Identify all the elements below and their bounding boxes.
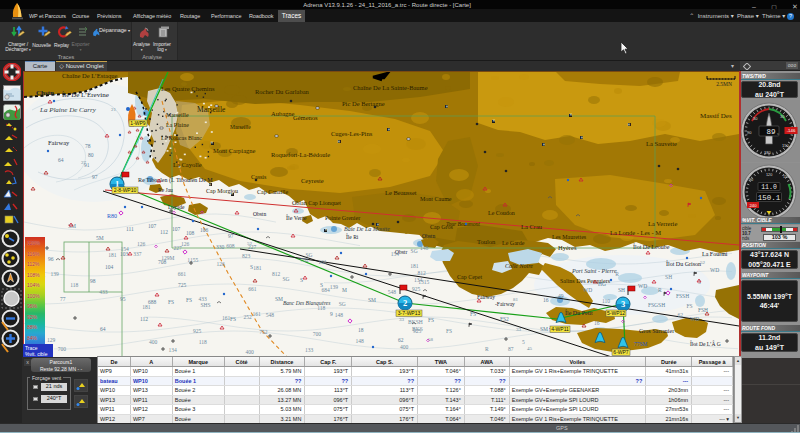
svg-text:H: H xyxy=(377,223,379,227)
svg-text:WD: WD xyxy=(690,316,699,322)
svg-text:Rocher Du Garlaban: Rocher Du Garlaban xyxy=(255,88,310,95)
svg-text:89: 89 xyxy=(766,128,775,136)
svg-text:H: H xyxy=(338,140,340,144)
svg-text:Les Maurettes: Les Maurettes xyxy=(552,234,587,240)
svg-text:104: 104 xyxy=(105,264,114,270)
svg-text:161: 161 xyxy=(222,315,231,321)
svg-text:5-WP12: 5-WP12 xyxy=(606,310,624,316)
svg-text:SM: SM xyxy=(540,326,548,332)
svg-text:FS2: FS2 xyxy=(500,316,509,322)
svg-text:3: 3 xyxy=(620,299,624,309)
svg-text:823: 823 xyxy=(242,253,251,259)
svg-text:120: 120 xyxy=(766,173,772,177)
svg-text:Chstn.: Chstn. xyxy=(36,89,56,97)
svg-text:SH: SH xyxy=(665,274,672,280)
svg-text:Hyères: Hyères xyxy=(558,244,577,251)
svg-text:Obstn: Obstn xyxy=(422,233,435,239)
svg-text:Mont Caume: Mont Caume xyxy=(420,196,452,202)
svg-text:90: 90 xyxy=(749,178,753,182)
svg-text:161: 161 xyxy=(252,311,261,317)
svg-text:FSGSH: FSGSH xyxy=(648,302,665,308)
svg-text:129M: 129M xyxy=(161,255,174,261)
svg-text:62: 62 xyxy=(677,312,683,318)
svg-text:H: H xyxy=(446,105,448,109)
svg-text:64: 64 xyxy=(100,326,106,332)
svg-text:548: 548 xyxy=(265,312,274,318)
svg-text:s: s xyxy=(777,132,779,136)
svg-text:H: H xyxy=(209,183,211,187)
svg-text:97: 97 xyxy=(92,174,98,180)
svg-text:Port Saint - Pierre: Port Saint - Pierre xyxy=(571,268,617,274)
svg-text:608: 608 xyxy=(226,243,235,249)
svg-text:FS: FS xyxy=(686,303,692,309)
svg-text:30: 30 xyxy=(753,116,758,121)
svg-text:180: 180 xyxy=(764,150,771,155)
svg-text:FS: FS xyxy=(470,311,476,317)
svg-text:400: 400 xyxy=(149,339,158,345)
svg-text:WD: WD xyxy=(638,283,647,289)
svg-text:9: 9 xyxy=(330,311,333,317)
svg-text:S: S xyxy=(300,277,303,283)
svg-text:WD: WD xyxy=(583,287,592,293)
svg-text:Mont Carpiagne: Mont Carpiagne xyxy=(213,147,256,154)
svg-text:80: 80 xyxy=(88,152,94,158)
svg-text:La Cayolle: La Cayolle xyxy=(173,161,202,168)
svg-text:Ceyreste: Ceyreste xyxy=(301,177,324,184)
svg-text:3-7-WP13: 3-7-WP13 xyxy=(397,310,420,316)
svg-text:Gros Sarranier: Gros Sarranier xyxy=(639,328,674,334)
svg-text:La Plaine: La Plaine xyxy=(166,122,189,128)
svg-text:Gémenos: Gémenos xyxy=(293,114,318,121)
svg-text:133: 133 xyxy=(304,347,313,353)
svg-text:R: R xyxy=(485,346,489,352)
svg-text:Massif Des: Massif Des xyxy=(700,112,732,120)
svg-text:La Sauvette: La Sauvette xyxy=(646,140,677,147)
svg-text:Les Quatre Chemins: Les Quatre Chemins xyxy=(161,85,215,92)
svg-text:Fairway: Fairway xyxy=(48,139,70,146)
svg-text:Aubagne: Aubagne xyxy=(271,110,295,117)
svg-text:700: 700 xyxy=(312,331,321,337)
svg-text:Cuges-Les-Pins: Cuges-Les-Pins xyxy=(331,130,373,137)
svg-text:Baie De La Moutte: Baie De La Moutte xyxy=(344,226,390,232)
svg-text:400: 400 xyxy=(399,344,408,350)
svg-text:139: 139 xyxy=(50,271,59,277)
svg-text:77SM: 77SM xyxy=(634,341,648,347)
svg-text:95: 95 xyxy=(120,296,126,302)
svg-text:134: 134 xyxy=(413,277,422,283)
svg-text:Oblan Cap Lionquet: Oblan Cap Lionquet xyxy=(292,200,341,206)
svg-text:Re Jau: Re Jau xyxy=(158,187,173,193)
svg-text:H: H xyxy=(543,143,545,147)
svg-text:64: 64 xyxy=(58,157,64,163)
svg-text:154: 154 xyxy=(390,251,399,257)
svg-text:161: 161 xyxy=(318,259,327,265)
svg-text:97: 97 xyxy=(228,233,234,239)
svg-text:Île Ri: Île Ri xyxy=(346,233,359,240)
svg-text:81: 81 xyxy=(513,297,519,302)
svg-text:Re Tiboulen (Î. Tiboulen De M: Re Tiboulen (Î. Tiboulen De M xyxy=(138,176,213,184)
svg-text:Le Beausset: Le Beausset xyxy=(385,189,417,196)
svg-text:Fairway: Fairway xyxy=(477,294,495,300)
svg-text:5M: 5M xyxy=(96,235,104,241)
svg-text:Marseille: Marseille xyxy=(230,124,251,130)
svg-text:H: H xyxy=(325,228,327,232)
svg-text:118: 118 xyxy=(70,282,78,288)
svg-text:134: 134 xyxy=(168,347,177,353)
svg-text:H: H xyxy=(570,113,572,117)
svg-text:129: 129 xyxy=(47,337,56,343)
svg-text:Chaîne De L’Estaque: Chaîne De L’Estaque xyxy=(62,72,117,79)
svg-text:30: 30 xyxy=(780,114,785,119)
svg-text:FS: FS xyxy=(428,317,434,323)
svg-text:107: 107 xyxy=(172,226,181,232)
svg-text:118: 118 xyxy=(317,305,325,311)
svg-text:Toulon: Toulon xyxy=(477,238,496,245)
svg-text:126: 126 xyxy=(180,241,189,247)
svg-text:45: 45 xyxy=(527,346,533,351)
svg-text:16: 16 xyxy=(593,320,599,326)
svg-text:2.5MN: 2.5MN xyxy=(716,81,732,87)
svg-text:812: 812 xyxy=(417,270,426,276)
svg-text:181: 181 xyxy=(253,265,262,271)
svg-text:181: 181 xyxy=(410,263,419,269)
svg-text:87: 87 xyxy=(508,346,514,352)
svg-text:5: 5 xyxy=(521,339,524,345)
svg-text:106: 106 xyxy=(200,227,209,233)
svg-text:La Verrerie: La Verrerie xyxy=(648,220,677,227)
